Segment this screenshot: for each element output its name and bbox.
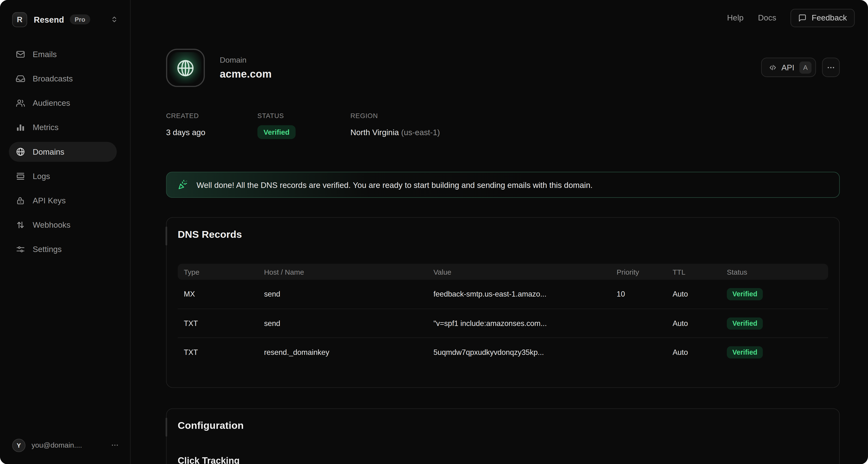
ellipsis-icon (826, 63, 835, 72)
resend-app-window: R Resend Pro Emails Broadcasts (0, 0, 868, 464)
sidebar-item-api-keys[interactable]: API Keys (0, 188, 130, 213)
section-accent-bar (165, 227, 167, 245)
created-label: CREATED (166, 112, 257, 120)
col-type: Type (184, 268, 199, 276)
party-popper-icon (178, 179, 188, 190)
feedback-button[interactable]: Feedback (791, 9, 855, 27)
sidebar-item-label: Logs (33, 172, 50, 181)
lock-icon (16, 196, 25, 205)
chevron-up-down-icon (111, 15, 118, 24)
resend-logo: R (12, 12, 27, 27)
table-row[interactable]: TXT send "v=spf1 include:amazonses.com..… (178, 309, 828, 338)
cell-type: MX (184, 290, 195, 298)
status-badge: Verified (257, 125, 296, 139)
globe-icon (16, 147, 25, 156)
verified-badge: Verified (727, 317, 763, 329)
sidebar-item-settings[interactable]: Settings (0, 237, 130, 261)
cell-host: send (264, 319, 280, 327)
section-accent-bar (165, 418, 167, 437)
sidebar-item-emails[interactable]: Emails (0, 42, 130, 66)
domain-avatar (166, 49, 205, 87)
bar-chart-icon (16, 122, 25, 132)
workspace-name: Resend (34, 15, 64, 24)
cell-value: 5uqmdw7qpxudkyvdonqzy35kp... (434, 348, 544, 356)
cell-ttl: Auto (673, 290, 688, 298)
table-row[interactable]: TXT resend._domainkey 5uqmdw7qpxudkyvdon… (178, 338, 828, 367)
status-label: STATUS (257, 112, 350, 120)
user-menu[interactable]: Y you@domain.... (0, 433, 130, 457)
sidebar-item-logs[interactable]: Logs (0, 164, 130, 188)
api-button-label: API (781, 63, 794, 72)
sliders-icon (16, 244, 25, 254)
avatar: Y (12, 438, 26, 452)
cell-ttl: Auto (673, 319, 688, 327)
configuration-title: Configuration (178, 420, 244, 432)
sidebar-item-label: Webhooks (33, 221, 70, 229)
region-code: (us-east-1) (401, 128, 440, 137)
users-icon (16, 98, 25, 108)
mail-icon (16, 49, 25, 59)
col-priority: Priority (617, 268, 639, 276)
code-icon (769, 63, 776, 71)
docs-link[interactable]: Docs (758, 13, 776, 22)
cell-host: resend._domainkey (264, 348, 329, 356)
created-value: 3 days ago (166, 128, 257, 137)
sidebar-item-webhooks[interactable]: Webhooks (0, 213, 130, 237)
sidebar-item-label: Audiences (33, 98, 70, 108)
configuration-card: Configuration Click Tracking (166, 408, 840, 464)
cell-host: send (264, 290, 280, 298)
cell-value: "v=spf1 include:amazonses.com... (434, 319, 547, 327)
sidebar-item-label: Emails (33, 50, 57, 59)
sidebar-item-label: Broadcasts (33, 74, 73, 83)
app-stage: R Resend Pro Emails Broadcasts (0, 0, 868, 464)
user-more-icon[interactable] (111, 441, 119, 449)
region-value: North Virginia (us-east-1) (350, 128, 440, 137)
arrows-up-down-icon (16, 220, 25, 230)
verified-badge: Verified (727, 346, 763, 358)
plan-badge: Pro (69, 14, 90, 24)
cell-type: TXT (184, 348, 198, 356)
inbox-icon (16, 74, 25, 84)
domain-meta: CREATED 3 days ago STATUS Verified REGIO… (166, 112, 440, 139)
cell-priority: 10 (617, 290, 625, 298)
col-ttl: TTL (673, 268, 685, 276)
cell-ttl: Auto (673, 348, 688, 356)
table-header: Type Host / Name Value Priority TTL Stat… (178, 264, 828, 280)
col-host-name: Host / Name (264, 268, 304, 276)
table-body: MX send feedback-smtp.us-east-1.amazo...… (178, 280, 828, 366)
topbar: Help Docs Feedback (727, 0, 868, 35)
page-title: acme.com (220, 68, 272, 81)
verified-badge: Verified (727, 288, 763, 300)
domain-more-button[interactable] (822, 58, 840, 77)
banner-message: Well done! All the DNS records are verif… (196, 180, 592, 190)
col-value: Value (434, 268, 451, 276)
sidebar-item-domains[interactable]: Domains (9, 142, 117, 162)
dns-records-title: DNS Records (178, 229, 242, 240)
sidebar-item-audiences[interactable]: Audiences (0, 91, 130, 115)
header-actions: API A (761, 58, 840, 77)
main-area: Help Docs Feedback Domain acme.com (131, 0, 868, 464)
sidebar-nav: Emails Broadcasts Audiences Metrics (0, 42, 130, 262)
success-banner: Well done! All the DNS records are verif… (166, 172, 840, 198)
sidebar: R Resend Pro Emails Broadcasts (0, 0, 131, 464)
feedback-label: Feedback (812, 13, 847, 22)
help-link[interactable]: Help (727, 13, 744, 22)
region-label: REGION (350, 112, 440, 120)
click-tracking-label: Click Tracking (178, 455, 240, 464)
table-row[interactable]: MX send feedback-smtp.us-east-1.amazo...… (178, 280, 828, 309)
sidebar-item-broadcasts[interactable]: Broadcasts (0, 66, 130, 91)
rows-icon (16, 171, 25, 181)
workspace-switcher[interactable]: R Resend Pro (0, 0, 130, 35)
globe-icon (176, 58, 195, 78)
col-status: Status (727, 268, 747, 276)
api-button[interactable]: API A (761, 58, 816, 77)
sidebar-item-label: API Keys (33, 196, 66, 205)
keyboard-shortcut-badge: A (799, 61, 812, 74)
logo-letter: R (17, 15, 22, 24)
user-email: you@domain.... (32, 441, 111, 449)
cell-type: TXT (184, 319, 198, 327)
sidebar-item-metrics[interactable]: Metrics (0, 115, 130, 140)
dns-records-card: DNS Records Type Host / Name Value Prior… (166, 217, 840, 388)
sidebar-item-label: Metrics (33, 123, 59, 132)
domain-header: Domain acme.com (166, 49, 272, 87)
